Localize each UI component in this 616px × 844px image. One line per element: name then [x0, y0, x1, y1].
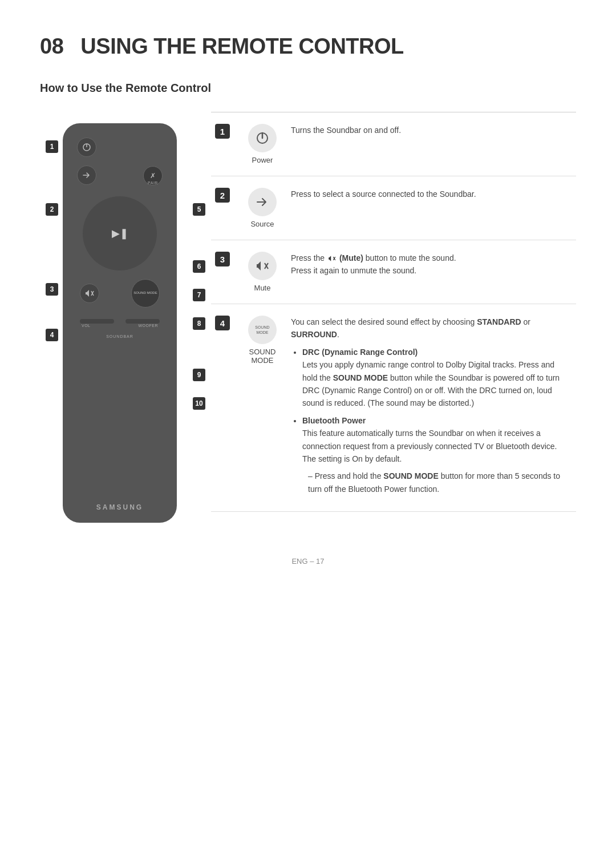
sound-mode-icon: SOUNDMODE: [248, 316, 277, 344]
table-desc-2: Press to select a source connected to th…: [291, 188, 576, 228]
mute-icon: [248, 252, 277, 280]
remote-illustration: 1 2 3 4 5 6 7 8 9 10: [40, 112, 211, 523]
remote-body: ✗ PAIR ▶❚: [63, 123, 177, 523]
footer-text: ENG – 17: [291, 557, 324, 566]
remote-slider-labels: VOL WOOFER: [77, 324, 163, 328]
sound-mode-label: SOUND MODE: [240, 348, 285, 365]
remote-label-10: 10: [193, 397, 205, 410]
remote-label-9: 9: [193, 369, 205, 381]
remote-row-2: ✗ PAIR: [71, 163, 168, 188]
remote-source-btn[interactable]: [77, 165, 96, 185]
power-label: Power: [252, 156, 273, 164]
table-num-4: 4: [211, 316, 234, 330]
table-desc-4: You can select the desired sound effect …: [291, 316, 576, 500]
remote-label-2: 2: [46, 203, 58, 216]
remote-label-4: 4: [46, 329, 58, 341]
power-icon: [248, 124, 277, 152]
table-icon-power: Power: [240, 124, 285, 164]
page-footer: ENG – 17: [40, 557, 576, 566]
remote-samsung-label: SAMSUNG: [96, 503, 143, 511]
remote-play-pause[interactable]: ▶❚: [112, 227, 128, 240]
mute-label: Mute: [254, 284, 271, 292]
description-table: 1 Power Turns the Soundbar on and off. 2: [211, 112, 576, 523]
remote-mute-sound-row: SOUND MODE: [71, 279, 168, 308]
remote-label-7: 7: [193, 289, 205, 301]
table-row-4: 4 SOUNDMODE SOUND MODE You can select th…: [211, 304, 576, 512]
remote-woofer-slider[interactable]: [125, 319, 160, 324]
remote-label-1: 1: [46, 140, 58, 153]
source-label: Source: [250, 220, 274, 228]
remote-pair-label: PAIR: [148, 181, 158, 185]
remote-vol-row: [77, 319, 163, 324]
page-title: 08 USING THE REMOTE CONTROL: [40, 34, 576, 59]
remote-label-5: 5: [193, 203, 205, 216]
remote-power-btn[interactable]: [77, 138, 96, 157]
remote-mute-btn[interactable]: [80, 284, 99, 303]
table-icon-source: Source: [240, 188, 285, 228]
remote-label-3: 3: [46, 283, 58, 296]
table-num-1: 1: [211, 124, 234, 164]
remote-sliders-area: VOL WOOFER: [71, 319, 168, 328]
remote-soundbar-label: SOUNDBAR: [106, 334, 133, 338]
remote-vol-slider[interactable]: [80, 319, 114, 324]
table-num-2: 2: [211, 188, 234, 228]
remote-label-8: 8: [193, 317, 205, 330]
table-desc-3: Press the (Mute) button to mute the soun…: [291, 252, 576, 292]
remote-vol-label: VOL: [82, 324, 91, 328]
remote-label-6: 6: [193, 260, 205, 273]
content-area: 1 2 3 4 5 6 7 8 9 10: [40, 112, 576, 523]
remote-wrapper: 1 2 3 4 5 6 7 8 9 10: [46, 123, 205, 523]
table-num-3: 3: [211, 252, 234, 292]
source-icon: [248, 188, 277, 216]
table-row-3: 3 Mute Press the (Mute) button to mute t…: [211, 240, 576, 304]
table-icon-sound-mode: SOUNDMODE SOUND MODE: [240, 316, 285, 365]
remote-row-1: [71, 135, 168, 160]
remote-woofer-label: WOOFER: [139, 324, 159, 328]
table-row-2: 2 Source Press to select a source connec…: [211, 176, 576, 240]
table-icon-mute: Mute: [240, 252, 285, 292]
table-row-1: 1 Power Turns the Soundbar on and off.: [211, 112, 576, 176]
remote-dpad[interactable]: ▶❚: [83, 196, 157, 270]
table-desc-1: Turns the Soundbar on and off.: [291, 124, 576, 164]
remote-sound-mode-btn[interactable]: SOUND MODE: [131, 279, 160, 308]
section-title: How to Use the Remote Control: [40, 82, 576, 95]
